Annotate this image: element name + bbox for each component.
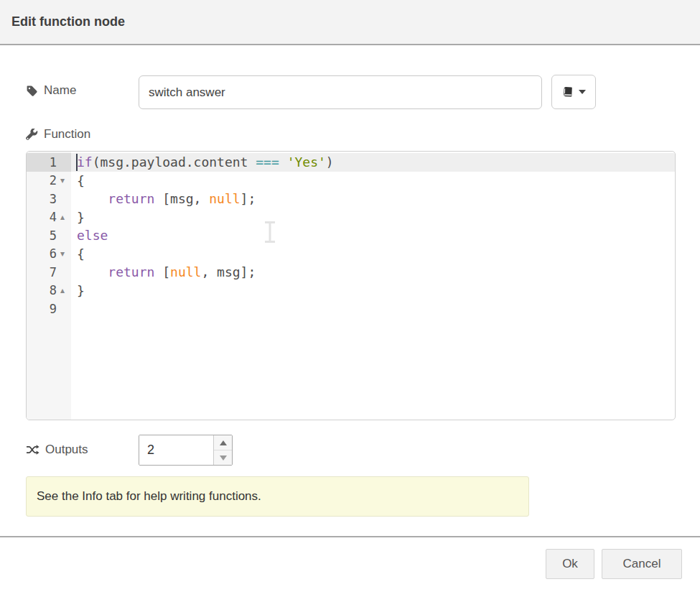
gutter-line-5[interactable]: 5 — [27, 226, 71, 245]
token-plain — [279, 154, 287, 170]
fold-end-icon[interactable]: ▴ — [57, 286, 68, 295]
outputs-field-label: Outputs — [26, 443, 88, 457]
token-plain: [msg, — [154, 191, 209, 206]
text-cursor — [76, 154, 78, 171]
token-plain — [77, 264, 108, 279]
code-line-7[interactable]: return [null, msg]; — [71, 263, 675, 282]
cancel-button[interactable]: Cancel — [602, 549, 682, 579]
tag-icon — [26, 85, 38, 97]
spinner-up-button[interactable] — [214, 435, 232, 450]
token-operator: === — [256, 154, 279, 170]
outputs-field-label-text: Outputs — [45, 443, 88, 457]
token-keyword: if — [77, 154, 93, 170]
function-field-label-text: Function — [44, 127, 90, 142]
code-line-1[interactable]: if(msg.payload.content === 'Yes') — [71, 153, 675, 172]
editor-gutter[interactable]: 12▾34▴56▾78▴9 — [27, 152, 71, 420]
shuffle-icon — [26, 444, 39, 455]
outputs-spinner — [139, 435, 233, 466]
code-line-9[interactable] — [71, 300, 675, 318]
token-plain: (msg.payload.content — [93, 154, 256, 170]
token-plain: [ — [154, 264, 170, 279]
code-line-4[interactable]: } — [71, 208, 675, 227]
token-keyword: return — [108, 191, 154, 206]
gutter-line-2[interactable]: 2▾ — [27, 172, 71, 190]
form-tip-text: See the Info tab for help writing functi… — [37, 489, 261, 504]
token-plain: { — [77, 246, 85, 262]
name-input[interactable] — [139, 75, 542, 109]
name-field-label: Name — [26, 83, 76, 98]
token-keyword: return — [108, 264, 154, 279]
library-button[interactable] — [551, 75, 596, 109]
spinner-down-icon — [220, 455, 227, 461]
token-plain — [77, 191, 108, 206]
token-constant: null — [209, 191, 240, 206]
gutter-line-7[interactable]: 7 — [27, 263, 71, 282]
gutter-line-4[interactable]: 4▴ — [27, 208, 71, 227]
dialog-title: Edit function node — [11, 14, 125, 29]
name-field-label-text: Name — [44, 83, 76, 98]
token-plain: , msg]; — [201, 264, 256, 279]
gutter-line-6[interactable]: 6▾ — [27, 245, 71, 264]
line-number: 5 — [50, 228, 57, 243]
spinner-down-button[interactable] — [214, 450, 232, 465]
wrench-icon — [26, 129, 38, 141]
editor-code[interactable]: if(msg.payload.content === 'Yes'){ retur… — [71, 152, 675, 420]
code-line-2[interactable]: { — [71, 172, 675, 190]
line-number: 4 — [50, 210, 57, 224]
dialog-header: Edit function node — [0, 0, 700, 45]
fold-start-icon[interactable]: ▾ — [57, 176, 68, 185]
line-number: 9 — [50, 302, 57, 316]
ok-button[interactable]: Ok — [546, 549, 594, 579]
form-tip: See the Info tab for help writing functi… — [26, 476, 529, 517]
gutter-line-8[interactable]: 8▴ — [27, 282, 71, 300]
function-code-editor[interactable]: 12▾34▴56▾78▴9 if(msg.payload.content ===… — [26, 151, 676, 420]
line-number: 3 — [50, 192, 57, 206]
fold-end-icon[interactable]: ▴ — [57, 213, 68, 221]
token-keyword: else — [77, 228, 108, 243]
code-line-3[interactable]: return [msg, null]; — [71, 190, 675, 208]
token-plain: } — [77, 210, 85, 225]
line-number: 2 — [50, 173, 57, 188]
caret-down-icon — [579, 90, 586, 94]
book-icon — [562, 86, 574, 98]
outputs-input[interactable] — [139, 435, 213, 465]
token-constant: null — [170, 264, 201, 279]
code-line-6[interactable]: { — [71, 245, 675, 264]
token-plain: ]; — [241, 191, 256, 206]
token-plain: } — [77, 283, 85, 298]
line-number: 1 — [50, 155, 57, 170]
line-number: 7 — [50, 265, 57, 279]
function-field-label: Function — [26, 127, 90, 142]
code-line-5[interactable]: else — [71, 226, 675, 245]
footer-divider — [0, 536, 700, 537]
token-plain: ) — [326, 154, 334, 170]
spinner-buttons — [213, 435, 232, 465]
gutter-line-3[interactable]: 3 — [27, 190, 71, 208]
gutter-line-1[interactable]: 1 — [27, 153, 71, 172]
fold-start-icon[interactable]: ▾ — [57, 249, 68, 258]
line-number: 6 — [50, 246, 57, 261]
token-string: 'Yes' — [287, 154, 326, 170]
code-line-8[interactable]: } — [71, 282, 675, 300]
spinner-up-icon — [220, 440, 227, 445]
token-plain: { — [77, 173, 85, 188]
line-number: 8 — [50, 283, 57, 297]
gutter-line-9[interactable]: 9 — [27, 300, 71, 318]
